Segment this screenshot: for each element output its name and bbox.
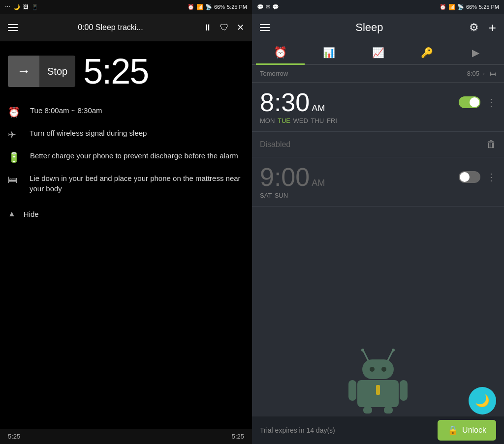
status-right-left-icons: 💬 ✉ 💬	[257, 4, 279, 10]
svg-rect-11	[384, 407, 393, 414]
pause-icon[interactable]: ⏸	[203, 23, 212, 33]
moon-icon: 🌙	[13, 4, 20, 10]
alarm-controls-2: ⋮	[459, 171, 496, 183]
android-robot-svg	[348, 346, 408, 414]
alarm-controls-1: ⋮	[459, 96, 496, 108]
svg-rect-10	[363, 407, 372, 414]
key-icon: 🔑	[421, 47, 433, 59]
alarm-icon: ⏰	[188, 4, 194, 10]
info-item-schedule: ⏰ Tue 8:00am ~ 8:30am	[8, 105, 244, 118]
svg-point-2	[361, 349, 364, 352]
alarm-ampm-2: AM	[312, 178, 325, 188]
battery-icon: 🔋	[8, 151, 20, 163]
unlock-label: Unlock	[462, 426, 486, 435]
main-action-area: → Stop 5:25	[0, 41, 252, 101]
day-fri: FRI	[327, 117, 337, 124]
alarm-time-2: 9:00 AM	[260, 164, 325, 190]
airplane-icon: ✈	[8, 129, 20, 141]
svg-rect-8	[348, 380, 356, 401]
alarm-toggle-2[interactable]	[459, 171, 480, 183]
alarm-icon-r: ⏰	[440, 4, 446, 10]
disabled-label: Disabled	[260, 140, 290, 149]
gallery-icon: 🖼	[23, 4, 29, 10]
svg-rect-9	[400, 380, 408, 401]
tomorrow-time: 8:05→	[467, 70, 486, 77]
time-right-status: 5:25 PM	[479, 4, 499, 10]
settings-icon[interactable]: ⚙	[469, 21, 479, 34]
alarm-days-2: SAT SUN	[260, 192, 496, 199]
tomorrow-row: Tomorrow 8:05→ 🛏	[252, 65, 504, 83]
svg-line-1	[388, 351, 393, 360]
app-title: Sleep	[355, 21, 383, 34]
close-icon[interactable]: ✕	[237, 22, 244, 33]
wifi-icon: 📶	[196, 4, 203, 10]
day-sun: SUN	[275, 192, 288, 199]
menu-dots-icon: ⋯	[5, 4, 10, 10]
arrow-box: →	[8, 56, 39, 87]
info-item-wireless: ✈ Turn off wireless signal during sleep	[8, 128, 244, 141]
svg-point-5	[370, 367, 375, 372]
alarm-more-1[interactable]: ⋮	[486, 96, 496, 108]
svg-rect-12	[376, 385, 380, 395]
trial-text: Trial expires in 14 day(s)	[260, 426, 335, 434]
tab-bar-chart[interactable]: 📊	[305, 41, 353, 64]
notification-icons: ⏸ 🛡 ✕	[203, 22, 244, 33]
alarm-hour-2: 9:00	[260, 164, 310, 190]
hamburger-right[interactable]	[260, 24, 270, 31]
whatsapp-icon: 📱	[32, 4, 38, 10]
disabled-alarm-item: Disabled 🗑	[252, 132, 504, 157]
alarm-toggle-1[interactable]	[459, 96, 480, 108]
alarm-more-2[interactable]: ⋮	[486, 171, 496, 183]
battery-right: 66%	[466, 4, 477, 10]
app-bar-icons: ⚙ +	[469, 20, 496, 35]
arrow-icon: →	[17, 63, 31, 79]
stop-button-container[interactable]: → Stop	[8, 56, 75, 87]
add-icon[interactable]: +	[489, 20, 496, 35]
left-panel: ⋯ 🌙 🖼 📱 ⏰ 📶 📡 66% 5:25 PM 0:00 Sleep tra…	[0, 0, 252, 444]
tab-play[interactable]: ▶	[451, 41, 500, 64]
tomorrow-label: Tomorrow	[260, 70, 288, 77]
stop-label[interactable]: Stop	[39, 56, 75, 87]
alarm-row-top-1: 8:30 AM ⋮	[260, 89, 496, 115]
tab-bar: ⏰ 📊 📈 🔑 ▶	[252, 41, 504, 65]
svg-point-6	[381, 367, 386, 372]
alarm-item-2: 9:00 AM ⋮ SAT SUN	[252, 157, 504, 207]
tab-clock[interactable]: ⏰	[256, 41, 305, 64]
chat-icon-r: 💬	[272, 4, 279, 10]
tab-key[interactable]: 🔑	[403, 41, 451, 64]
svg-rect-4	[362, 359, 394, 379]
hide-row[interactable]: ▲ Hide	[0, 206, 252, 222]
delete-icon[interactable]: 🗑	[486, 139, 496, 150]
unlock-button[interactable]: 🔒 Unlock	[438, 420, 496, 441]
hide-label[interactable]: Hide	[24, 210, 39, 218]
info-item-bed: 🛏 Lie down in your bed and place your ph…	[8, 173, 244, 194]
bottom-time-left-val: 5:25	[8, 433, 20, 440]
day-mon: MON	[260, 117, 277, 124]
signal-icon-r: 📡	[457, 4, 464, 10]
alarm-item-1: 8:30 AM ⋮ MON TUE WED THU FRI	[252, 83, 504, 132]
shield-icon[interactable]: 🛡	[220, 23, 229, 33]
alarm-hour-1: 8:30	[260, 89, 310, 115]
time-left-status: 5:25 PM	[227, 4, 247, 10]
collapse-icon: ▲	[8, 209, 16, 218]
battery-text: Better charge your phone to prevent disc…	[30, 150, 238, 161]
notification-title: 0:00 Sleep tracki...	[78, 23, 143, 32]
alarm-time-1: 8:30 AM	[260, 89, 325, 115]
battery-left: 66%	[214, 4, 225, 10]
hamburger-menu[interactable]	[8, 24, 18, 31]
time-display: 5:25	[83, 51, 148, 91]
day-sat: SAT	[260, 192, 274, 199]
tomorrow-right: 8:05→ 🛏	[467, 70, 496, 77]
day-thu: THU	[311, 117, 326, 124]
moon-fab-icon: 🌙	[475, 394, 490, 408]
line-chart-icon: 📈	[372, 47, 384, 59]
clock-icon: ⏰	[8, 106, 20, 118]
lock-icon: 🔒	[447, 425, 458, 436]
status-bar-left: ⋯ 🌙 🖼 📱 ⏰ 📶 📡 66% 5:25 PM	[0, 0, 252, 14]
fab-moon-button[interactable]: 🌙	[469, 387, 496, 414]
right-panel: 💬 ✉ 💬 ⏰ 📶 📡 66% 5:25 PM Sleep ⚙ + ⏰ 📊	[252, 0, 504, 444]
tab-line-chart[interactable]: 📈	[353, 41, 402, 64]
clock-tab-icon: ⏰	[274, 46, 287, 59]
alarm-row-top-2: 9:00 AM ⋮	[260, 164, 496, 190]
info-list: ⏰ Tue 8:00am ~ 8:30am ✈ Turn off wireles…	[0, 101, 252, 198]
